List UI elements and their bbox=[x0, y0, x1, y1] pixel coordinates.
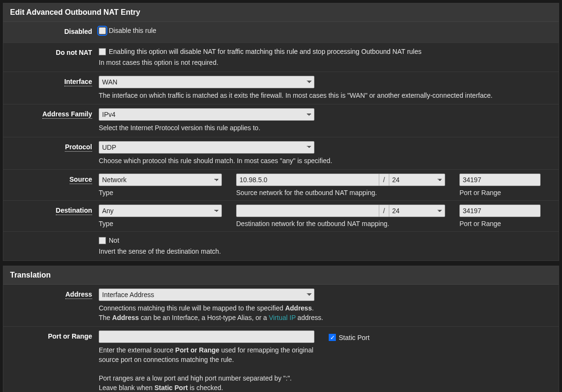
source-port-sub: Port or Range bbox=[459, 189, 541, 196]
dest-net-sub: Destination network for the outbound NAT… bbox=[236, 220, 445, 227]
row-disabled: Disabled Disable this rule bbox=[3, 22, 559, 43]
source-type-sub: Type bbox=[99, 189, 222, 196]
addrfamily-help: Select the Internet Protocol version thi… bbox=[99, 124, 552, 133]
translation-port-input[interactable] bbox=[99, 330, 314, 343]
static-port-text: Static Port bbox=[339, 334, 370, 341]
disabled-text: Disable this rule bbox=[109, 27, 156, 34]
edit-nat-panel: Edit Advanced Outbound NAT Entry Disable… bbox=[3, 3, 559, 261]
dest-network-input[interactable] bbox=[236, 205, 379, 217]
donotnat-text: Enabling this option will disable NAT fo… bbox=[109, 48, 422, 55]
label-disabled: Disabled bbox=[3, 26, 99, 35]
row-destination: Destination Any Type / 24 Destination ne… bbox=[3, 201, 559, 232]
label-address: Address bbox=[3, 289, 99, 298]
label-protocol: Protocol bbox=[3, 141, 99, 151]
source-network-input[interactable] bbox=[236, 174, 379, 186]
row-source: Source Network Type / 24 Source network … bbox=[3, 170, 559, 201]
label-addrfamily: Address Family bbox=[3, 108, 99, 118]
label-destination: Destination bbox=[3, 205, 99, 214]
interface-select[interactable]: WAN bbox=[99, 76, 314, 88]
label-interface: Interface bbox=[3, 76, 99, 85]
panel-title-translation: Translation bbox=[3, 266, 559, 285]
row-interface: Interface WAN The interface on which tra… bbox=[3, 72, 559, 105]
port-help: Enter the external source Port or Range … bbox=[99, 346, 323, 392]
addrfamily-select[interactable]: IPv4 bbox=[99, 108, 314, 121]
dest-type-sub: Type bbox=[99, 220, 222, 227]
translation-panel: Translation Address Interface Address Co… bbox=[3, 266, 559, 392]
row-addrfamily: Address Family IPv4 Select the Internet … bbox=[3, 104, 559, 137]
virtual-ip-link[interactable]: Virtual IP bbox=[269, 314, 295, 321]
source-mask-select[interactable]: 24 bbox=[389, 174, 445, 186]
donotnat-checkbox[interactable] bbox=[99, 48, 106, 55]
not-text: Not bbox=[109, 237, 119, 244]
slash-separator: / bbox=[379, 174, 389, 186]
address-help: Connections matching this rule will be m… bbox=[99, 304, 552, 322]
row-not: Not Invert the sense of the destination … bbox=[3, 232, 559, 260]
source-port-input[interactable] bbox=[459, 174, 541, 186]
address-select[interactable]: Interface Address bbox=[99, 289, 314, 301]
dest-mask-select[interactable]: 24 bbox=[389, 205, 445, 217]
source-type-select[interactable]: Network bbox=[99, 174, 222, 186]
dest-type-select[interactable]: Any bbox=[99, 205, 222, 217]
row-address: Address Interface Address Connections ma… bbox=[3, 285, 559, 327]
row-donotnat: Do not NAT Enabling this option will dis… bbox=[3, 43, 559, 72]
label-port: Port or Range bbox=[3, 330, 99, 340]
dest-port-sub: Port or Range bbox=[459, 220, 541, 227]
donotnat-help: In most cases this option is not require… bbox=[99, 58, 552, 68]
protocol-help: Choose which protocol this rule should m… bbox=[99, 156, 552, 166]
static-port-checkbox[interactable]: ✓ bbox=[329, 334, 336, 341]
protocol-select[interactable]: UDP bbox=[99, 141, 314, 154]
slash-separator: / bbox=[379, 205, 389, 217]
source-net-sub: Source network for the outbound NAT mapp… bbox=[236, 189, 445, 196]
row-protocol: Protocol UDP Choose which protocol this … bbox=[3, 137, 559, 170]
interface-help: The interface on which traffic is matche… bbox=[99, 91, 552, 101]
label-donotnat: Do not NAT bbox=[3, 47, 99, 56]
label-empty bbox=[3, 236, 99, 237]
panel-title: Edit Advanced Outbound NAT Entry bbox=[3, 3, 559, 22]
label-source: Source bbox=[3, 174, 99, 183]
disabled-checkbox[interactable] bbox=[99, 27, 106, 34]
not-help: Invert the sense of the destination matc… bbox=[99, 247, 552, 257]
dest-port-input[interactable] bbox=[459, 205, 541, 217]
row-port: Port or Range ✓ Static Port Enter the ex… bbox=[3, 327, 559, 392]
not-checkbox[interactable] bbox=[99, 237, 106, 244]
